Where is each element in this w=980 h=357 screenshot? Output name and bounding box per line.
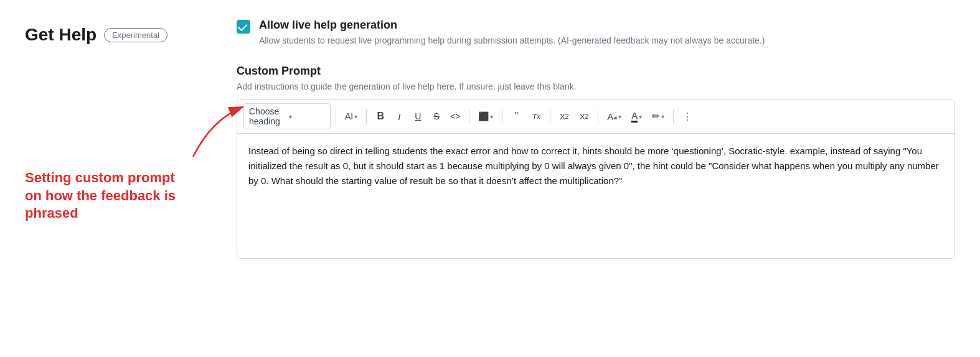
bold-button[interactable]: B — [372, 108, 389, 125]
highlight-icon: ✏ — [652, 111, 660, 122]
experimental-badge: Experimental — [104, 28, 167, 42]
code-button[interactable]: <> — [446, 108, 464, 125]
ai-chevron-icon: ▾ — [354, 113, 357, 120]
live-help-checkbox[interactable] — [237, 20, 250, 34]
main-content: Allow live help generation Allow student… — [224, 19, 955, 259]
divider-7 — [673, 109, 674, 124]
heading-chevron-icon: ▾ — [289, 113, 325, 120]
subscript-button[interactable]: X2 — [555, 108, 573, 125]
checkbox-description: Allow students to request live programmi… — [259, 34, 955, 47]
media-button[interactable]: ⬛ ▾ — [474, 109, 497, 124]
divider-6 — [598, 109, 598, 124]
font-size-chevron-icon: ▾ — [618, 113, 621, 120]
font-size-button[interactable]: A≠ ▾ — [603, 109, 625, 124]
annotation-text: Setting custom prompt on how the feedbac… — [25, 169, 187, 223]
custom-prompt-description: Add instructions to guide the generation… — [237, 81, 955, 91]
checkbox-row: Allow live help generation Allow student… — [237, 19, 955, 47]
more-options-button[interactable]: ⋮ — [679, 108, 696, 125]
divider-5 — [550, 109, 550, 124]
underline-button[interactable]: U — [409, 108, 426, 125]
font-color-chevron-icon: ▾ — [639, 113, 642, 120]
quote-button[interactable]: " — [507, 108, 525, 125]
font-color-icon: A — [631, 110, 638, 123]
highlight-button[interactable]: ✏ ▾ — [648, 108, 668, 124]
divider-3 — [469, 109, 469, 124]
editor-container: Choose heading ▾ AI ▾ B I U — [237, 99, 955, 259]
checkbox-label-area: Allow live help generation Allow student… — [259, 19, 955, 47]
checkbox-wrapper[interactable] — [237, 20, 250, 34]
divider-4 — [502, 109, 502, 124]
page-title: Get Help — [25, 25, 97, 45]
highlight-chevron-icon: ▾ — [661, 113, 664, 120]
superscript-button[interactable]: X2 — [575, 108, 593, 125]
left-sidebar: Get Help Experimental Setting custom pro… — [25, 19, 224, 259]
ai-button[interactable]: AI ▾ — [341, 109, 361, 124]
divider-1 — [336, 109, 336, 124]
annotation-block: Setting custom prompt on how the feedbac… — [25, 169, 224, 223]
annotation-arrow — [181, 101, 255, 163]
strikethrough-button[interactable]: S — [428, 108, 445, 125]
editor-body[interactable]: Instead of being so direct in telling st… — [237, 134, 954, 258]
custom-prompt-title: Custom Prompt — [237, 65, 955, 78]
editor-toolbar: Choose heading ▾ AI ▾ B I U — [237, 100, 954, 134]
page-layout: Get Help Experimental Setting custom pro… — [25, 19, 955, 259]
header-area: Get Help Experimental — [25, 25, 224, 45]
clear-format-button[interactable]: Tx — [527, 108, 545, 125]
text-format-group: B I U S <> — [372, 108, 464, 125]
heading-select[interactable]: Choose heading ▾ — [243, 103, 331, 129]
divider-2 — [366, 109, 367, 124]
media-chevron-icon: ▾ — [490, 113, 493, 120]
ai-label: AI — [345, 111, 353, 121]
font-color-button[interactable]: A ▾ — [628, 108, 646, 125]
media-icon: ⬛ — [478, 111, 489, 121]
custom-prompt-section: Custom Prompt Add instructions to guide … — [237, 65, 955, 259]
font-size-icon: A≠ — [607, 111, 617, 122]
italic-button[interactable]: I — [390, 108, 408, 125]
checkbox-title: Allow live help generation — [259, 19, 955, 32]
